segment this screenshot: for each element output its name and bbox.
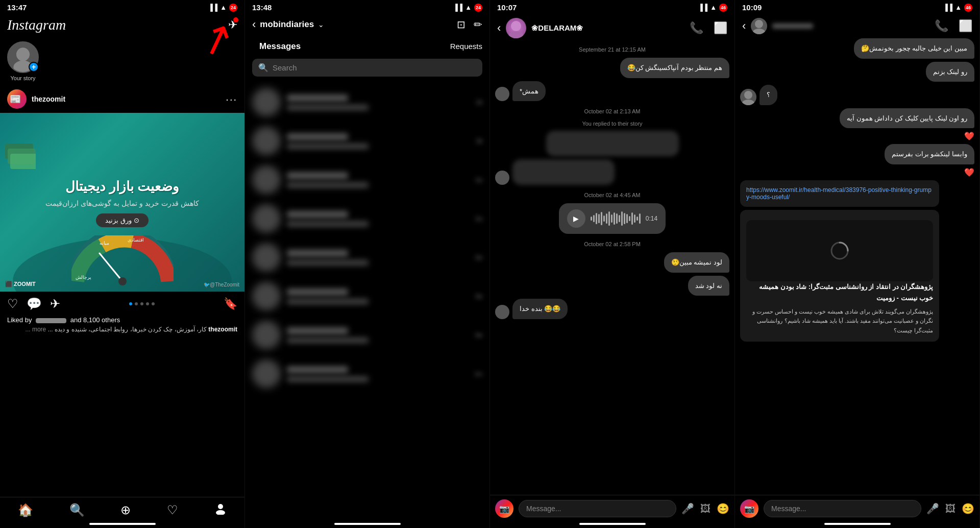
article-preview[interactable]: پژوهشگران در انتقاد از روانشناسی مثبت‌گر… <box>740 210 939 342</box>
caption-username[interactable]: thezoomit <box>208 326 237 333</box>
date-label-3: October 02 at 4:45 AM <box>495 188 729 200</box>
chat-avatar-p4[interactable] <box>751 18 767 34</box>
list-item[interactable]: 4w <box>245 316 489 354</box>
msg-avatar <box>252 282 281 310</box>
message-with-avatar-msg5: 😂😂 بنده خدا <box>495 299 729 319</box>
mic-btn[interactable]: 🎤 <box>681 502 694 515</box>
msg-time: 1w <box>475 177 482 183</box>
inbox-caret[interactable]: ⌄ <box>318 20 324 29</box>
nav-profile[interactable] <box>214 502 227 518</box>
image-btn[interactable]: 🖼 <box>700 503 710 515</box>
back-btn-p3[interactable]: ‹ <box>497 21 501 35</box>
add-story-btn[interactable]: + <box>29 62 39 72</box>
battery-p3: 46 <box>719 4 727 12</box>
voice-call-btn[interactable]: 📞 <box>690 21 703 35</box>
chat-avatar-p3[interactable] <box>506 18 526 38</box>
sender-avatar-msg5 <box>495 305 509 319</box>
link-bubble[interactable]: https://www.zoomit.ir/health-medical/383… <box>740 180 939 207</box>
camera-btn-p4[interactable]: 📷 <box>740 499 758 518</box>
msg-time: 3w <box>475 293 482 299</box>
inbox-header-right: ⊡ ✏ <box>457 18 482 31</box>
signal-icon-p4: ▐▐ <box>943 4 952 11</box>
home-indicator <box>89 523 156 525</box>
send-button[interactable]: ✈ <box>228 18 237 32</box>
list-item[interactable]: 3w <box>245 277 489 316</box>
msg-info <box>287 172 469 188</box>
instagram-logo: Instagram <box>7 17 66 33</box>
chat-panel: 10:07 ▐▐ ▲ 46 ‹ ❀DELARAM❀ 📞 ⬜ September … <box>490 0 735 528</box>
play-btn[interactable]: ▶ <box>567 209 585 228</box>
list-item[interactable]: 1w <box>245 160 489 199</box>
article-body: پژوهشگران می‌گویند تلاش برای شادی همیشه … <box>746 307 933 335</box>
your-story[interactable]: + Your story <box>7 41 39 81</box>
feed-header: Instagram ✈ <box>0 14 244 37</box>
date-label-4: October 02 at 2:58 PM <box>495 237 729 249</box>
wave-bar <box>621 211 623 226</box>
voice-duration: 0:14 <box>646 215 657 222</box>
message-input-p4[interactable]: Message... <box>764 500 921 517</box>
post-actions-left: ♡ 💬 ✈ <box>7 297 60 311</box>
time-p2: 13:48 <box>252 3 272 12</box>
svg-point-13 <box>218 504 223 509</box>
msg-time: 2d <box>476 99 482 105</box>
dot-5 <box>152 302 155 305</box>
sticker-btn[interactable]: 😊 <box>717 502 729 515</box>
msg-name <box>287 366 348 373</box>
post-username[interactable]: thezoomit <box>32 95 65 103</box>
svg-text:📰: 📰 <box>10 93 21 105</box>
search-bar[interactable]: 🔍 <box>252 59 482 77</box>
list-item[interactable]: 2d <box>245 83 489 122</box>
sticker-btn-p4[interactable]: 😊 <box>962 502 974 515</box>
msg-preview <box>287 105 369 110</box>
status-bar-p2: 13:48 ▐▐ ▲ 24 <box>245 0 489 14</box>
video-call-btn-p3[interactable]: ⬜ <box>714 21 727 35</box>
requests-label[interactable]: Requests <box>450 42 482 51</box>
chat-header-left: ‹ ❀DELARAM❀ <box>497 18 583 38</box>
chat-body-p3: September 21 at 12:15 AM هم منتظر بودم آ… <box>490 42 734 495</box>
list-item[interactable]: 3d <box>245 122 489 160</box>
blurred-msg <box>512 159 615 185</box>
list-item[interactable]: 1m <box>245 354 489 393</box>
nav-home[interactable]: 🏠 <box>18 503 33 517</box>
share-btn[interactable]: ✈ <box>50 297 60 311</box>
chat-user-info <box>772 23 813 29</box>
list-item[interactable]: 1w <box>245 199 489 238</box>
voice-call-btn-p4[interactable]: 📞 <box>935 19 948 33</box>
image-btn-p4[interactable]: 🖼 <box>945 503 955 515</box>
list-item[interactable]: 2w <box>245 238 489 277</box>
comment-btn[interactable]: 💬 <box>27 297 42 311</box>
voice-message[interactable]: ▶ <box>559 203 666 234</box>
time-p3: 10:07 <box>497 3 517 12</box>
message-bubble-msg3: لود نمیشه مبین🤥 <box>664 252 729 273</box>
msg-preview <box>287 299 369 304</box>
search-input[interactable] <box>273 63 476 72</box>
more-link[interactable]: more ... <box>26 326 46 333</box>
mic-btn-p4[interactable]: 🎤 <box>926 502 939 515</box>
message-input-p3[interactable]: Message... <box>519 500 676 517</box>
post-cta-btn[interactable]: ⊙ ورق بزنید <box>96 213 148 227</box>
post-more-btn[interactable]: ··· <box>226 93 237 105</box>
article-title: پژوهشگران در انتقاد از روانشناسی مثبت‌گر… <box>746 281 933 304</box>
bookmark-btn[interactable]: 🔖 <box>224 297 237 310</box>
nav-add[interactable]: ⊕ <box>120 503 131 517</box>
date-label-2: October 02 at 2:13 AM <box>495 104 729 116</box>
story-row: + Your story <box>0 37 244 85</box>
camera-btn[interactable]: 📷 <box>495 499 513 518</box>
back-btn-p4[interactable]: ‹ <box>742 19 746 33</box>
video-call-btn-p4[interactable]: ⬜ <box>959 19 972 33</box>
time-p4: 10:09 <box>742 3 762 12</box>
home-indicator-p2 <box>334 523 401 525</box>
messages-panel: 13:48 ▐▐ ▲ 24 ‹ mobindiaries ⌄ ⊡ ✏ Messa… <box>245 0 490 528</box>
nav-search[interactable]: 🔍 <box>69 503 85 517</box>
video-call-btn[interactable]: ⊡ <box>457 18 465 31</box>
wave-bar <box>591 217 592 221</box>
like-btn[interactable]: ♡ <box>7 297 18 311</box>
svg-point-20 <box>742 100 754 105</box>
compose-btn[interactable]: ✏ <box>474 18 482 31</box>
nav-heart[interactable]: ♡ <box>167 503 178 517</box>
post-author-avatar[interactable]: 📰 <box>7 89 27 109</box>
link-text: https://www.zoomit.ir/health-medical/383… <box>746 186 932 201</box>
back-btn-p2[interactable]: ‹ <box>252 18 256 31</box>
status-icons-p2: ▐▐ ▲ 24 <box>453 4 482 12</box>
status-bar-p4: 10:09 ▐▐ ▲ 46 <box>735 0 979 14</box>
